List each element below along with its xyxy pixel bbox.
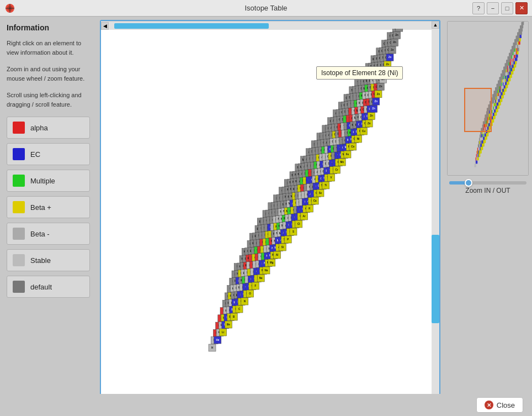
left-panel: Information Right click on an element to… [0,17,97,416]
isotope-container: Isotope of Element 28 (Ni) ▲ ▼ [100,20,440,413]
v-scroll-thumb[interactable] [432,235,439,323]
info-text-1: Right click on an element to view inform… [7,39,90,57]
v-scroll-track[interactable] [432,29,439,404]
window-close-button[interactable]: ✕ [515,2,528,14]
legend-label-multiple: Multiple [30,177,55,185]
h-scroll-thumb[interactable] [114,23,269,29]
window-title: Isotope Table [244,4,287,12]
legend-label-alpha: alpha [30,124,48,132]
zoom-slider-fill [449,181,466,185]
minimize-button[interactable]: − [487,2,499,14]
isotope-grid[interactable] [104,24,430,412]
legend-label-stable: Stable [30,256,51,265]
mini-map [447,21,529,176]
help-button[interactable]: ? [472,2,485,14]
app-icon [4,3,15,14]
legend-color-alpha [13,122,25,134]
title-bar: Isotope Table ? − □ ✕ [0,0,532,17]
legend-default[interactable]: default [7,276,90,298]
legend-color-ec [13,148,25,160]
legend-stable[interactable]: Stable [7,249,90,271]
legend-color-multiple [13,175,25,187]
legend-color-stable [13,254,25,266]
legend-alpha[interactable]: alpha [7,117,90,139]
legend-label-beta-plus: Beta + [30,203,51,212]
right-panel: Zoom IN / OUT [444,17,532,416]
legend-beta-minus[interactable]: Beta - [7,223,90,245]
maximize-button[interactable]: □ [501,2,513,14]
title-bar-controls: ? − □ ✕ [472,2,528,14]
zoom-slider-track[interactable] [449,181,526,185]
zoom-slider-thumb[interactable] [465,179,472,187]
isotope-chart-canvas[interactable] [104,24,424,372]
bottom-bar: ✕ Close [0,394,532,416]
center-panel: Isotope of Element 28 (Ni) ▲ ▼ [97,17,444,416]
legend-label-ec: EC [30,150,40,159]
main-content: Information Right click on an element to… [0,17,532,416]
scroll-up-button[interactable]: ▲ [432,21,439,29]
minimap-viewport [464,88,492,132]
legend-beta-plus[interactable]: Beta + [7,196,90,218]
legend-ec[interactable]: EC [7,143,90,165]
close-dialog-button[interactable]: ✕ Close [476,397,523,413]
info-title: Information [7,23,90,32]
legend-color-beta-plus [13,201,25,213]
zoom-label: Zoom IN / OUT [465,187,510,194]
legend-label-beta-minus: Beta - [30,230,50,238]
close-x-icon: ✕ [485,401,493,409]
legend-color-default [13,281,25,293]
zoom-control: Zoom IN / OUT [448,181,528,194]
legend-multiple[interactable]: Multiple [7,170,90,192]
legend-color-beta-minus [13,228,25,240]
info-text-2: Zoom in and out using your mouse wheel /… [7,65,90,83]
info-text-3: Scroll using left-clicking and dragging … [7,91,90,109]
legend-label-default: default [30,283,52,291]
title-bar-left [4,3,15,14]
close-label: Close [497,401,515,409]
h-scroll-track[interactable] [109,23,432,29]
vertical-scrollbar[interactable]: ▲ ▼ [432,21,439,412]
